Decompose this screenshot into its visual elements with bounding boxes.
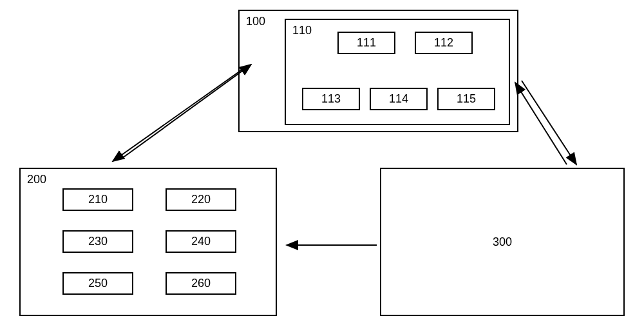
block-110: 110 111 112 113 114 115 [285, 19, 510, 125]
box-250-label: 250 [88, 277, 108, 290]
box-114-label: 114 [389, 92, 408, 106]
box-240-label: 240 [191, 235, 211, 248]
box-230: 230 [62, 230, 133, 253]
box-112: 112 [415, 32, 473, 54]
box-111: 111 [337, 32, 395, 54]
block-200: 200 210 220 230 240 250 260 [19, 168, 277, 316]
box-220: 220 [166, 188, 236, 211]
arrow-300-to-100 [515, 83, 567, 164]
box-115: 115 [437, 88, 495, 110]
box-260: 260 [166, 272, 236, 295]
box-111-label: 111 [357, 36, 376, 50]
box-230-label: 230 [88, 235, 108, 248]
box-210-label: 210 [88, 193, 108, 206]
box-113-label: 113 [321, 92, 341, 106]
block-100: 100 110 111 112 113 114 115 [238, 10, 518, 132]
block-110-label: 110 [292, 24, 312, 37]
box-114: 114 [370, 88, 428, 110]
block-200-label: 200 [27, 173, 46, 186]
box-112-label: 112 [434, 36, 453, 50]
arrow-200-to-100 [122, 64, 251, 158]
block-300-label: 300 [493, 235, 512, 249]
box-220-label: 220 [191, 193, 211, 206]
arrow-100-to-200 [113, 68, 245, 161]
box-260-label: 260 [191, 277, 211, 290]
box-113: 113 [302, 88, 360, 110]
box-115-label: 115 [457, 92, 476, 106]
arrow-100-to-300 [522, 81, 576, 164]
box-210: 210 [62, 188, 133, 211]
block-300: 300 [380, 168, 625, 316]
box-240: 240 [166, 230, 236, 253]
box-250: 250 [62, 272, 133, 295]
block-100-label: 100 [246, 15, 265, 28]
